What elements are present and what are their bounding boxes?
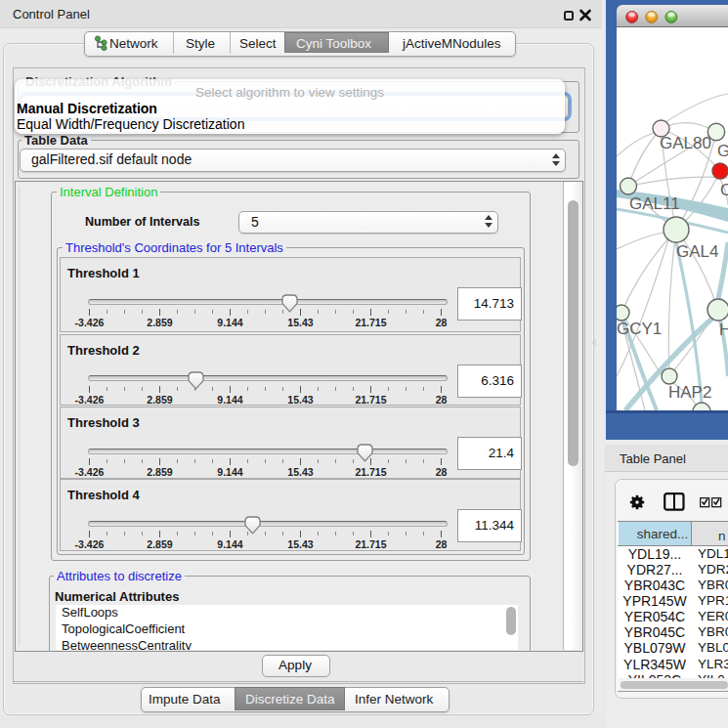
svg-text:GAL11: GAL11 [629, 194, 680, 213]
svg-text:HAP2: HAP2 [668, 383, 711, 402]
svg-text:GA: GA [717, 142, 728, 160]
svg-text:GAL80: GAL80 [660, 134, 711, 152]
svg-text:GCY1: GCY1 [617, 320, 662, 338]
svg-text:GAL4: GAL4 [676, 242, 718, 261]
svg-text:C: C [720, 181, 728, 199]
svg-text:H: H [719, 321, 728, 339]
